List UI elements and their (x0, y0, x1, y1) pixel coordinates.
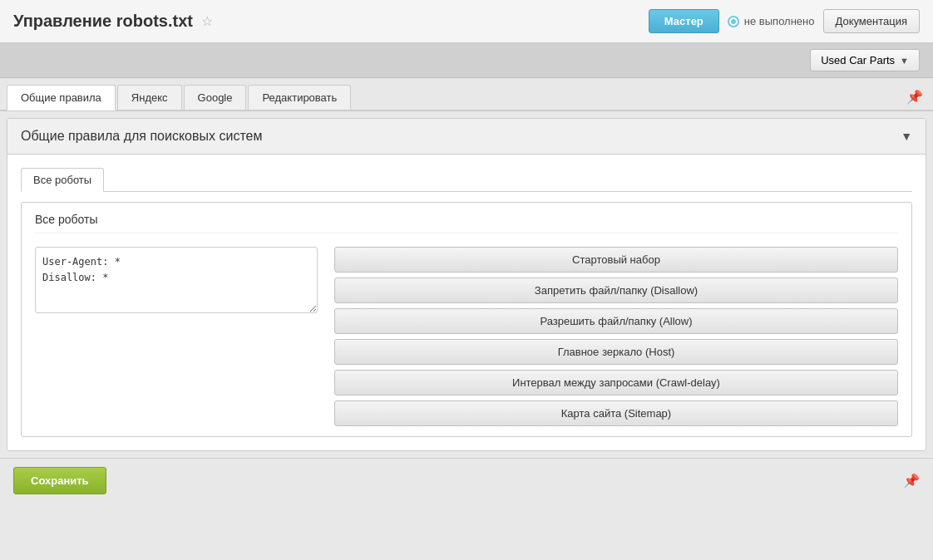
star-icon[interactable]: ☆ (201, 13, 213, 29)
master-button[interactable]: Мастер (649, 9, 719, 33)
status-text: не выполнено (744, 15, 815, 27)
content-area: User-Agent: * Disallow: * Стартовый набо… (35, 247, 898, 426)
save-button[interactable]: Сохранить (13, 467, 106, 494)
tab-edit[interactable]: Редактировать (248, 85, 351, 110)
btn-crawl-delay[interactable]: Интервал между запросами (Crawl-delay) (334, 370, 898, 395)
btn-disallow[interactable]: Запретить файл/папку (Disallow) (334, 278, 898, 303)
btn-disallow-label: Запретить файл/папку (Disallow) (535, 284, 698, 297)
inner-tab-all-robots[interactable]: Все роботы (21, 168, 104, 192)
tab-yandex[interactable]: Яндекс (117, 85, 182, 110)
robot-section: Все роботы User-Agent: * Disallow: * Ста… (21, 202, 912, 437)
general-rules-section: Общие правила для поисковых систем ▼ Все… (7, 118, 926, 451)
btn-host[interactable]: Главное зеркало (Host) (334, 339, 898, 365)
main-content: Общие правила для поисковых систем ▼ Все… (0, 118, 933, 451)
tab-google[interactable]: Google (184, 85, 247, 110)
header: Управление robots.txt ☆ Мастер не выполн… (0, 0, 933, 43)
robots-textarea[interactable]: User-Agent: * Disallow: * (35, 247, 318, 313)
btn-starter-set[interactable]: Стартовый набор (334, 247, 898, 273)
chevron-down-icon[interactable]: ▼ (901, 130, 912, 143)
section-header: Общие правила для поисковых систем ▼ (7, 119, 926, 155)
section-body: Все роботы Все роботы User-Agent: * Disa… (7, 155, 926, 450)
btn-allow[interactable]: Разрешить файл/папку (Allow) (334, 308, 898, 334)
btn-crawl-delay-label: Интервал между запросами (Crawl-delay) (512, 376, 720, 389)
tab-yandex-label: Яндекс (131, 91, 168, 104)
site-dropdown-label: Used Car Parts (821, 54, 895, 66)
tab-google-label: Google (198, 91, 233, 104)
inner-tabs: Все роботы (21, 168, 912, 192)
tabs-row: Общие правила Яндекс Google Редактироват… (0, 78, 933, 111)
chevron-down-icon: ▼ (900, 56, 909, 66)
header-right: Мастер не выполнено Документация (649, 9, 920, 33)
tab-edit-label: Редактировать (262, 91, 337, 104)
inner-tab-all-robots-label: Все роботы (33, 174, 91, 186)
btn-sitemap-label: Карта сайта (Sitemap) (561, 407, 671, 420)
btn-starter-set-label: Стартовый набор (572, 253, 660, 266)
robot-section-title: Все роботы (35, 213, 898, 233)
section-title: Общие правила для поисковых систем (21, 129, 262, 144)
action-buttons-col: Стартовый набор Запретить файл/папку (Di… (334, 247, 898, 426)
tab-general-rules[interactable]: Общие правила (7, 85, 116, 111)
status-indicator: не выполнено (728, 15, 815, 27)
site-dropdown[interactable]: Used Car Parts ▼ (810, 49, 920, 71)
footer-bar: Сохранить 📌 (0, 458, 933, 503)
btn-allow-label: Разрешить файл/папку (Allow) (540, 315, 692, 327)
status-radio-icon (728, 16, 739, 27)
btn-sitemap[interactable]: Карта сайта (Sitemap) (334, 400, 898, 426)
docs-button[interactable]: Документация (823, 9, 921, 33)
pin-icon-bottom: 📌 (903, 473, 920, 489)
btn-host-label: Главное зеркало (Host) (558, 346, 675, 358)
toolbar-bar: Used Car Parts ▼ (0, 43, 933, 78)
pin-icon-top: 📌 (906, 89, 923, 105)
header-left: Управление robots.txt ☆ (13, 12, 213, 31)
tab-general-rules-label: Общие правила (21, 91, 101, 104)
page-title: Управление robots.txt (13, 12, 193, 31)
